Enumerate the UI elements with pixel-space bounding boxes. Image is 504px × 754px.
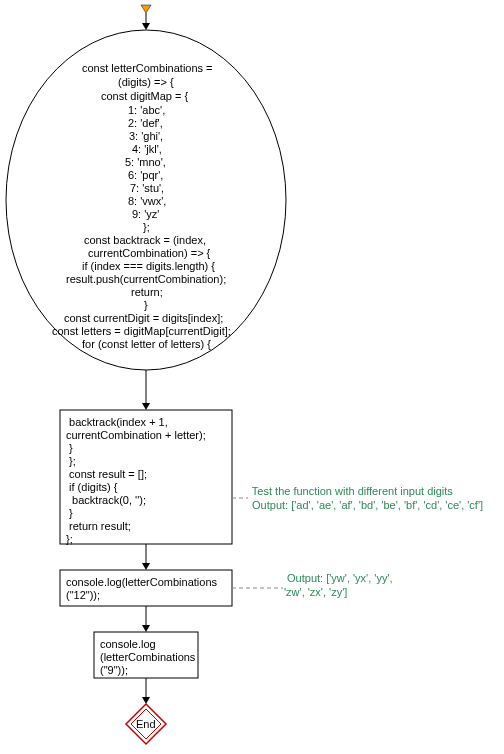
ellipse-line-4: 2: 'def', xyxy=(128,117,163,131)
ellipse-line-15: if (index === digits.length) { xyxy=(82,260,215,274)
box3-line-1: (letterCombinations xyxy=(100,651,195,665)
box3-line-2: ("9")); xyxy=(100,664,128,678)
ellipse-line-6: 4: 'jkl', xyxy=(132,143,162,157)
box1-line-4: const result = []; xyxy=(66,468,147,482)
arrowhead-2 xyxy=(142,403,150,410)
arrowhead-3 xyxy=(142,563,150,570)
ellipse-line-1: (digits) => { xyxy=(118,76,174,90)
arrowhead-4 xyxy=(142,625,150,632)
ellipse-line-13: const backtrack = (index, xyxy=(84,234,206,248)
flowchart-svg xyxy=(0,0,504,754)
ellipse-line-9: 7: 'stu', xyxy=(130,182,164,196)
comment1-text: Test the function with different input d… xyxy=(249,485,483,513)
ellipse-line-3: 1: 'abc', xyxy=(128,104,165,118)
box1-line-5: if (digits) { xyxy=(66,481,117,495)
ellipse-line-21: for (const letter of letters) { xyxy=(82,338,211,352)
box1-line-0: backtrack(index + 1, xyxy=(66,416,168,430)
box1-line-7: } xyxy=(66,507,73,521)
flowchart-canvas: const letterCombinations = (digits) => {… xyxy=(0,0,504,754)
ellipse-line-2: const digitMap = { xyxy=(101,90,188,104)
box1-line-3: }; xyxy=(66,455,76,469)
ellipse-line-12: }; xyxy=(143,221,150,235)
box3-line-0: console.log xyxy=(100,638,156,652)
box1-line-8: return result; xyxy=(66,520,131,534)
ellipse-line-10: 8: 'vwx', xyxy=(128,195,166,209)
ellipse-line-8: 6: 'pqr', xyxy=(128,169,163,183)
ellipse-line-17: return; xyxy=(131,286,163,300)
box2-line-1: ("12")); xyxy=(66,589,100,603)
ellipse-line-7: 5: 'mno', xyxy=(125,156,166,170)
box2-line-0: console.log(letterCombinations xyxy=(66,576,217,590)
ellipse-line-5: 3: 'ghi', xyxy=(129,130,163,144)
box1-line-6: backtrack(0, ''); xyxy=(66,494,146,508)
ellipse-line-16: result.push(currentCombination); xyxy=(66,273,226,287)
ellipse-line-20: const letters = digitMap[currentDigit]; xyxy=(52,325,231,339)
comment2-text: Output: ['yw', 'yx', 'yy', 'zw', 'zx', '… xyxy=(284,572,393,600)
end-label: End xyxy=(136,718,156,732)
box1-line-9: }; xyxy=(66,533,73,547)
box1-line-2: } xyxy=(66,442,73,456)
box1-line-1: currentCombination + letter); xyxy=(66,429,206,443)
ellipse-line-11: 9: 'yz' xyxy=(132,208,159,222)
ellipse-line-18: } xyxy=(144,299,148,313)
ellipse-line-14: currentCombination) => { xyxy=(88,247,210,261)
ellipse-line-19: const currentDigit = digits[index]; xyxy=(64,312,223,326)
ellipse-line-0: const letterCombinations = xyxy=(82,62,213,76)
start-marker-shape xyxy=(141,5,151,13)
arrowhead-1 xyxy=(142,23,150,30)
